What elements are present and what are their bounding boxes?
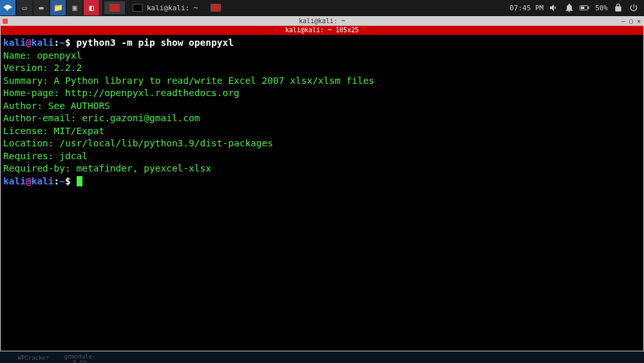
- close-button[interactable]: ✕: [637, 17, 641, 26]
- prompt-path: ~: [59, 37, 65, 48]
- svg-rect-1: [581, 6, 584, 9]
- svg-rect-2: [588, 6, 589, 9]
- window-swatch-icon: [133, 4, 143, 12]
- terminal-titlebar[interactable]: kali@kali: ~ — ▢ ✕: [1, 17, 643, 26]
- prompt-at: @: [26, 37, 32, 48]
- notifications-icon[interactable]: [564, 3, 574, 13]
- battery-icon[interactable]: [580, 3, 590, 13]
- window-swatch-icon: [211, 4, 221, 12]
- output-line: Author-email: eric.gazoni@gmail.com: [3, 112, 641, 125]
- terminal-tab-label: kali@kali: ~ 105x25: [285, 26, 359, 34]
- battery-percent: 50%: [595, 4, 608, 12]
- kali-menu-icon[interactable]: [0, 0, 15, 15]
- prompt-line: kali@kali:~$ python3 -m pip show openpyx…: [3, 37, 641, 50]
- desktop-icon-label: WPCracker: [13, 355, 54, 361]
- separator-icon: [100, 0, 102, 15]
- window-list-icon[interactable]: ▭: [17, 0, 32, 15]
- prompt-dollar: $: [65, 37, 71, 48]
- panel-left: ▭ ▬ 📁 ▣ ◧ kali@kali: ~: [0, 0, 226, 15]
- prompt-line-2: kali@kali:~$: [3, 175, 641, 188]
- output-line: Location: /usr/local/lib/python3.9/dist-…: [3, 137, 641, 150]
- titlebar-controls: — ▢ ✕: [621, 17, 641, 26]
- output-line: License: MIT/Expat: [3, 125, 641, 138]
- prompt-host: kali: [32, 37, 54, 48]
- power-icon[interactable]: [629, 3, 639, 13]
- output-line: Requires: jdcal: [3, 150, 641, 163]
- output-line: Summary: A Python library to read/write …: [3, 75, 641, 88]
- show-desktop-icon[interactable]: ▬: [33, 0, 49, 15]
- minimize-button[interactable]: —: [621, 17, 625, 26]
- volume-icon[interactable]: [549, 3, 559, 13]
- output-line: Name: openpyxl: [3, 50, 641, 63]
- terminal-title: kali@kali: ~: [299, 17, 345, 25]
- lock-icon[interactable]: [613, 3, 623, 13]
- taskbar-window-terminal[interactable]: kali@kali: ~: [128, 1, 203, 14]
- output-line: Version: 2.2.2: [3, 62, 641, 75]
- desktop-icon-label: gdmodule-0.56: [59, 353, 100, 363]
- file-manager-icon[interactable]: 📁: [50, 0, 66, 15]
- taskbar-window-3[interactable]: [205, 1, 226, 14]
- terminal-window: kali@kali: ~ — ▢ ✕ kali@kali: ~ 105x25 k…: [0, 16, 644, 351]
- prompt-colon: :: [54, 37, 60, 48]
- output-line: Author: See AUTHORS: [3, 100, 641, 113]
- panel-right: 07:45 PM 50%: [509, 3, 644, 13]
- terminal-body[interactable]: kali@kali:~$ python3 -m pip show openpyx…: [1, 35, 643, 351]
- taskbar-window-label: kali@kali: ~: [147, 4, 198, 12]
- cursor: [77, 176, 82, 186]
- output-line: Required-by: metafinder, pyexcel-xlsx: [3, 162, 641, 175]
- output-line: Home-page: http://openpyxl.readthedocs.o…: [3, 87, 641, 100]
- clock[interactable]: 07:45 PM: [509, 4, 544, 12]
- app-icon[interactable]: ◧: [84, 0, 99, 15]
- command-text: python3 -m pip show openpyxl: [77, 37, 234, 48]
- window-swatch-icon: [109, 4, 120, 12]
- taskbar-window-1[interactable]: [104, 1, 125, 14]
- top-panel: ▭ ▬ 📁 ▣ ◧ kali@kali: ~ 07:45 PM 50%: [0, 0, 644, 15]
- terminal-launcher-icon[interactable]: ▣: [67, 0, 82, 15]
- titlebar-menu-icon[interactable]: [3, 19, 8, 24]
- maximize-button[interactable]: ▢: [629, 17, 633, 26]
- terminal-tab[interactable]: kali@kali: ~ 105x25: [1, 26, 643, 35]
- prompt-user: kali: [3, 37, 26, 48]
